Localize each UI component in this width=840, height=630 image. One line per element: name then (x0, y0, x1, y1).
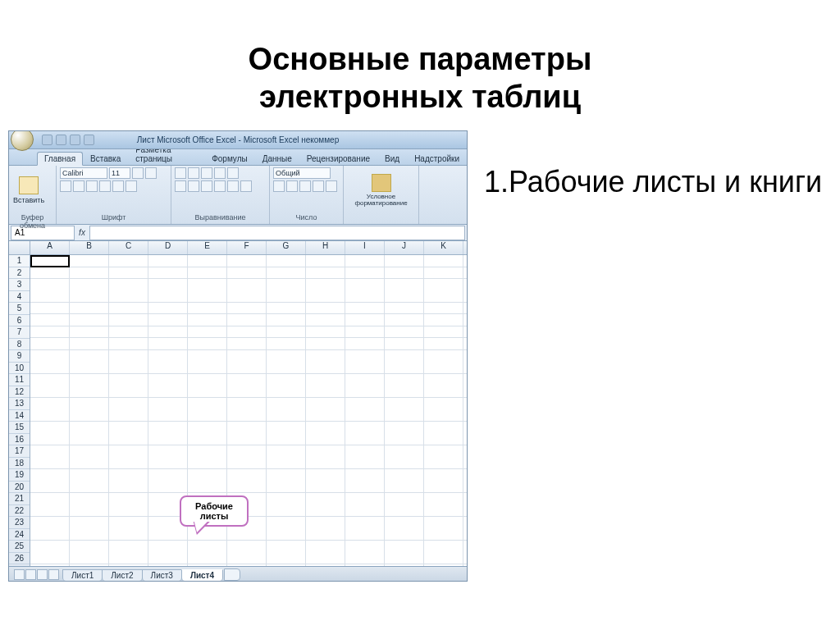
formula-bar-row: A1 fx (9, 225, 467, 241)
window-title: Лист Microsoft Office Excel - Microsoft … (137, 135, 339, 144)
border-icon[interactable] (99, 180, 111, 192)
row-header-9[interactable]: 9 (9, 350, 30, 363)
group-clipboard: Вставить Буфер обмена (9, 166, 57, 224)
number-format-select[interactable]: Общий (273, 167, 331, 179)
row-header-18[interactable]: 18 (9, 458, 30, 470)
wrap-icon[interactable] (227, 167, 239, 179)
nav-first-icon[interactable] (14, 569, 25, 580)
sheet-tab-0[interactable]: Лист1 (62, 569, 103, 581)
indent-inc-icon[interactable] (227, 180, 239, 192)
sheet-tab-1[interactable]: Лист2 (102, 569, 142, 581)
col-header-D[interactable]: D (148, 241, 188, 254)
office-button[interactable] (11, 130, 34, 151)
col-header-H[interactable]: H (306, 241, 345, 254)
qat-redo-icon[interactable] (70, 135, 80, 145)
fill-color-icon[interactable] (112, 180, 124, 192)
row-header-20[interactable]: 20 (9, 482, 30, 494)
row-header-1[interactable]: 1 (9, 255, 30, 267)
row-header-22[interactable]: 22 (9, 505, 30, 518)
row-header-14[interactable]: 14 (9, 410, 30, 422)
ribbon-tab-3[interactable]: Формулы (204, 152, 255, 165)
ribbon-tab-1[interactable]: Вставка (83, 152, 128, 165)
nav-next-icon[interactable] (37, 569, 48, 580)
row-header-8[interactable]: 8 (9, 339, 30, 351)
align-center-icon[interactable] (188, 180, 199, 192)
row-header-3[interactable]: 3 (9, 279, 30, 291)
row-header-16[interactable]: 16 (9, 434, 30, 446)
currency-icon[interactable] (273, 180, 285, 192)
ribbon-tab-4[interactable]: Данные (255, 152, 299, 165)
row-header-11[interactable]: 11 (9, 374, 30, 386)
row-header-25[interactable]: 25 (9, 541, 30, 553)
new-sheet-button[interactable] (224, 568, 240, 581)
col-header-I[interactable]: I (345, 241, 385, 254)
qat-save-icon[interactable] (42, 135, 52, 145)
row-header-13[interactable]: 13 (9, 398, 30, 410)
align-mid-icon[interactable] (188, 167, 199, 179)
cells[interactable] (30, 255, 467, 566)
italic-icon[interactable] (73, 180, 84, 192)
shrink-font-icon[interactable] (145, 167, 157, 179)
active-cell-a1[interactable] (30, 255, 70, 267)
group-alignment: Выравнивание (171, 166, 270, 224)
ribbon-tab-6[interactable]: Вид (377, 152, 407, 165)
group-align-label: Выравнивание (175, 213, 266, 223)
row-header-26[interactable]: 26 (9, 553, 30, 565)
align-top-icon[interactable] (175, 167, 186, 179)
percent-icon[interactable] (286, 180, 298, 192)
excel-window: Лист Microsoft Office Excel - Microsoft … (8, 130, 468, 582)
align-left-icon[interactable] (175, 180, 186, 192)
col-header-G[interactable]: G (267, 241, 306, 254)
nav-last-icon[interactable] (48, 569, 59, 580)
fx-icon[interactable]: fx (75, 228, 89, 237)
col-header-B[interactable]: B (70, 241, 109, 254)
select-all-corner[interactable] (9, 241, 30, 254)
row-header-12[interactable]: 12 (9, 386, 30, 399)
row-header-10[interactable]: 10 (9, 363, 30, 375)
row-header-17[interactable]: 17 (9, 445, 30, 458)
paste-button[interactable]: Вставить (12, 176, 45, 204)
ribbon-tab-5[interactable]: Рецензирование (299, 152, 377, 165)
formula-bar[interactable] (89, 226, 465, 240)
ribbon-tab-7[interactable]: Надстройки (407, 152, 467, 165)
dec-dec-icon[interactable] (326, 180, 337, 192)
row-header-4[interactable]: 4 (9, 291, 30, 304)
comma-icon[interactable] (299, 180, 311, 192)
align-bot-icon[interactable] (201, 167, 212, 179)
col-header-K[interactable]: K (424, 241, 463, 254)
nav-prev-icon[interactable] (25, 569, 36, 580)
sheet-tab-2[interactable]: Лист3 (142, 569, 182, 581)
col-header-E[interactable]: E (188, 241, 227, 254)
merge-icon[interactable] (240, 180, 252, 192)
row-header-19[interactable]: 19 (9, 469, 30, 482)
row-header-6[interactable]: 6 (9, 315, 30, 327)
sheet-tabs-row: Лист1Лист2Лист3Лист4 (9, 566, 467, 582)
inc-dec-icon[interactable] (313, 180, 324, 192)
col-header-C[interactable]: C (109, 241, 148, 254)
qat-print-icon[interactable] (84, 135, 94, 145)
font-size-select[interactable]: 11 (109, 167, 130, 179)
grow-font-icon[interactable] (132, 167, 144, 179)
align-right-icon[interactable] (201, 180, 212, 192)
row-header-2[interactable]: 2 (9, 267, 30, 280)
row-header-23[interactable]: 23 (9, 517, 30, 529)
indent-dec-icon[interactable] (214, 180, 226, 192)
ribbon-tab-0[interactable]: Главная (37, 152, 83, 166)
row-header-7[interactable]: 7 (9, 326, 30, 339)
sheet-tab-3[interactable]: Лист4 (181, 569, 223, 581)
col-header-F[interactable]: F (227, 241, 267, 254)
row-header-24[interactable]: 24 (9, 529, 30, 541)
group-clipboard-label: Буфер обмена (12, 213, 52, 223)
row-header-5[interactable]: 5 (9, 303, 30, 315)
bold-icon[interactable] (60, 180, 71, 192)
row-header-15[interactable]: 15 (9, 422, 30, 434)
font-color-icon[interactable] (126, 180, 137, 192)
font-name-select[interactable]: Calibri (60, 167, 107, 179)
col-header-A[interactable]: A (30, 241, 70, 254)
orientation-icon[interactable] (214, 167, 226, 179)
qat-undo-icon[interactable] (56, 135, 66, 145)
col-header-J[interactable]: J (385, 241, 424, 254)
underline-icon[interactable] (86, 180, 98, 192)
row-header-21[interactable]: 21 (9, 493, 30, 505)
cond-format-button[interactable]: Условное форматирование (347, 174, 415, 207)
